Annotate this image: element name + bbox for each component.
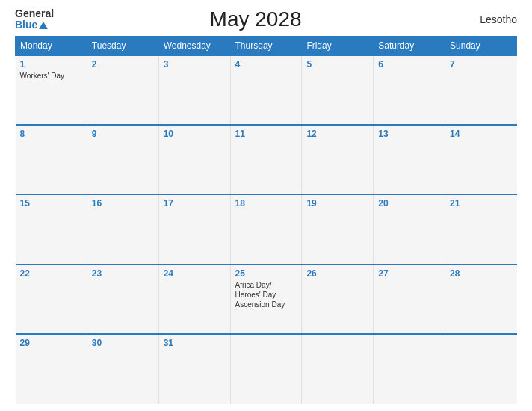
day-number: 21 bbox=[450, 198, 512, 208]
calendar-cell bbox=[374, 334, 445, 404]
day-number: 8 bbox=[20, 129, 82, 139]
calendar-cell: 28 bbox=[445, 265, 517, 334]
day-number: 22 bbox=[20, 268, 82, 279]
calendar-cell: 5 bbox=[302, 55, 374, 125]
logo-triangle-icon bbox=[39, 22, 48, 29]
weekday-header-row: MondayTuesdayWednesdayThursdayFridaySatu… bbox=[16, 37, 517, 56]
calendar-cell: 21 bbox=[445, 194, 517, 264]
calendar-cell: 24 bbox=[158, 265, 230, 334]
calendar-cell: 1Workers' Day bbox=[16, 55, 87, 125]
calendar-title: May 2028 bbox=[54, 7, 457, 31]
day-number: 3 bbox=[164, 59, 226, 69]
day-number: 30 bbox=[92, 338, 154, 348]
day-number: 29 bbox=[20, 338, 82, 348]
day-number: 27 bbox=[378, 268, 440, 279]
day-number: 12 bbox=[306, 129, 368, 139]
day-number: 23 bbox=[92, 268, 154, 279]
week-row-3: 15161718192021 bbox=[16, 194, 517, 264]
calendar-header: General Blue May 2028 Lesotho bbox=[15, 7, 517, 31]
calendar-cell: 30 bbox=[87, 334, 158, 404]
calendar-cell: 10 bbox=[158, 125, 230, 194]
day-number: 18 bbox=[235, 198, 297, 208]
day-number: 26 bbox=[306, 268, 368, 279]
day-number: 16 bbox=[92, 198, 154, 208]
day-number: 19 bbox=[306, 198, 368, 208]
calendar-cell: 12 bbox=[302, 125, 374, 194]
day-number: 11 bbox=[235, 129, 297, 139]
calendar-cell: 25Africa Day/ Heroes' DayAscension Day bbox=[230, 265, 302, 334]
day-number: 10 bbox=[164, 129, 226, 139]
calendar-cell: 11 bbox=[230, 125, 302, 194]
weekday-header-thursday: Thursday bbox=[230, 37, 302, 56]
day-number: 17 bbox=[164, 198, 226, 208]
day-number: 7 bbox=[450, 59, 512, 69]
day-number: 28 bbox=[450, 268, 512, 279]
day-number: 5 bbox=[306, 59, 368, 69]
weekday-header-saturday: Saturday bbox=[374, 37, 445, 56]
calendar-cell: 31 bbox=[158, 334, 230, 404]
calendar-cell: 6 bbox=[374, 55, 445, 125]
calendar-cell: 15 bbox=[16, 194, 87, 264]
weekday-header-tuesday: Tuesday bbox=[87, 37, 158, 56]
holiday-label: Africa Day/ Heroes' DayAscension Day bbox=[235, 280, 297, 309]
week-row-4: 22232425Africa Day/ Heroes' DayAscension… bbox=[16, 265, 517, 334]
day-number: 13 bbox=[378, 129, 440, 139]
logo-blue-text: Blue bbox=[15, 19, 37, 31]
logo-general-text: General bbox=[15, 8, 54, 19]
calendar-cell: 23 bbox=[87, 265, 158, 334]
logo: General Blue bbox=[15, 8, 54, 31]
calendar-cell: 2 bbox=[87, 55, 158, 125]
calendar-cell: 22 bbox=[16, 265, 87, 334]
weekday-header-sunday: Sunday bbox=[445, 37, 517, 56]
country-label: Lesotho bbox=[457, 13, 517, 25]
day-number: 14 bbox=[450, 129, 512, 139]
weekday-header-friday: Friday bbox=[302, 37, 374, 56]
calendar-cell: 20 bbox=[374, 194, 445, 264]
calendar-cell: 3 bbox=[158, 55, 230, 125]
calendar-cell: 29 bbox=[16, 334, 87, 404]
calendar-cell: 7 bbox=[445, 55, 517, 125]
week-row-5: 293031 bbox=[16, 334, 517, 404]
day-number: 6 bbox=[378, 59, 440, 69]
calendar-cell: 17 bbox=[158, 194, 230, 264]
day-number: 2 bbox=[92, 59, 154, 69]
day-number: 9 bbox=[92, 129, 154, 139]
day-number: 20 bbox=[378, 198, 440, 208]
day-number: 25 bbox=[235, 268, 297, 279]
day-number: 15 bbox=[20, 198, 82, 208]
calendar-cell: 8 bbox=[16, 125, 87, 194]
weekday-header-wednesday: Wednesday bbox=[158, 37, 230, 56]
calendar-cell bbox=[445, 334, 517, 404]
calendar-cell bbox=[302, 334, 374, 404]
calendar-cell: 26 bbox=[302, 265, 374, 334]
calendar-cell: 19 bbox=[302, 194, 374, 264]
calendar-cell: 27 bbox=[374, 265, 445, 334]
day-number: 24 bbox=[164, 268, 226, 279]
calendar-table: MondayTuesdayWednesdayThursdayFridaySatu… bbox=[15, 36, 517, 404]
calendar-cell: 16 bbox=[87, 194, 158, 264]
day-number: 31 bbox=[164, 338, 226, 348]
calendar-cell: 18 bbox=[230, 194, 302, 264]
calendar-cell bbox=[230, 334, 302, 404]
calendar-cell: 14 bbox=[445, 125, 517, 194]
week-row-1: 1Workers' Day234567 bbox=[16, 55, 517, 125]
day-number: 1 bbox=[20, 59, 82, 69]
calendar-cell: 9 bbox=[87, 125, 158, 194]
week-row-2: 891011121314 bbox=[16, 125, 517, 194]
day-number: 4 bbox=[235, 59, 297, 69]
calendar-cell: 4 bbox=[230, 55, 302, 125]
calendar-cell: 13 bbox=[374, 125, 445, 194]
holiday-label: Workers' Day bbox=[20, 71, 82, 81]
weekday-header-monday: Monday bbox=[16, 37, 87, 56]
